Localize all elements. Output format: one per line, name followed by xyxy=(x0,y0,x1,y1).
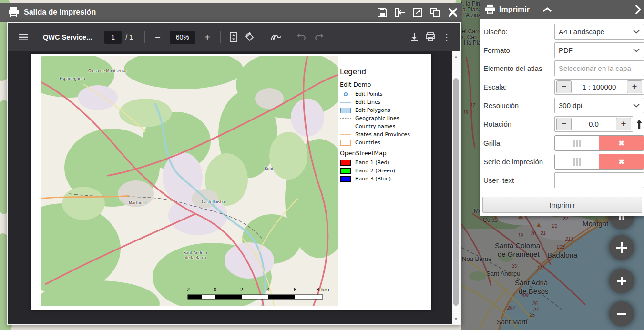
print-submit-button[interactable]: Imprimir xyxy=(482,197,642,213)
blue-swatch xyxy=(340,176,351,182)
polygon-symbol xyxy=(340,108,351,113)
save-icon[interactable] xyxy=(377,7,388,18)
print-icon[interactable] xyxy=(422,29,439,45)
duplicate-icon[interactable] xyxy=(429,7,441,18)
close-panel-chevron-right-icon[interactable] xyxy=(635,5,641,14)
locate-button[interactable] xyxy=(609,235,634,260)
pdf-page: Olesa de MontserratEsparregueraMartorell… xyxy=(31,54,431,310)
scalebar-tick-label: 0 xyxy=(214,287,217,293)
page-number-input[interactable]: 1 xyxy=(104,31,122,44)
legend-item: Band 1 (Red) xyxy=(340,159,429,167)
toggle-grip xyxy=(555,154,599,169)
pdf-toolbar: QWC Service... 1 / 1 − 60% + xyxy=(8,23,460,51)
scroll-up-icon[interactable]: ▲ xyxy=(452,53,460,60)
print-panel: Imprimir Diseño: A4 Landscape Formato: P… xyxy=(480,0,644,216)
legend-item: Band 2 (Green) xyxy=(340,167,429,175)
user-text-input[interactable] xyxy=(554,172,644,188)
resolution-select[interactable]: 300 dpi xyxy=(554,98,644,113)
toggle-off-x-icon: ✖ xyxy=(599,154,644,169)
map-place-label: de la Barca xyxy=(185,256,206,260)
orange-line-symbol xyxy=(340,134,351,135)
format-select[interactable]: PDF xyxy=(554,42,644,58)
redo-icon[interactable] xyxy=(310,29,327,45)
rotation-value[interactable]: 0.0 xyxy=(572,120,616,128)
undo-icon[interactable] xyxy=(294,29,310,45)
scale-decrease-button[interactable]: − xyxy=(556,80,572,93)
outline-polygon-symbol xyxy=(340,140,351,146)
map-place-label: Rubí xyxy=(265,167,273,171)
scale-increase-button[interactable]: + xyxy=(627,80,642,93)
toggle-off-x-icon: ✖ xyxy=(599,136,644,150)
print-preview-map: Olesa de MontserratEsparregueraMartorell… xyxy=(41,56,338,306)
close-icon[interactable] xyxy=(447,7,459,18)
collapse-chevron-up-icon[interactable] xyxy=(543,7,552,12)
toggle-grip xyxy=(555,136,599,150)
rotate-icon[interactable] xyxy=(242,29,258,45)
zoom-out-button[interactable] xyxy=(609,301,634,326)
print-output-titlebar: Salida de impresión xyxy=(0,3,462,22)
crosshair-icon xyxy=(615,241,628,254)
open-in-new-icon[interactable] xyxy=(412,7,423,18)
legend-item: Edit Points xyxy=(340,90,429,98)
legend-item: Countries xyxy=(340,139,429,147)
map-place-label: Esparreguera xyxy=(60,77,85,81)
atlas-input[interactable]: Seleccionar en la capa xyxy=(554,60,644,76)
vertical-scrollbar[interactable]: ▲ ▼ xyxy=(452,51,460,324)
scalebar-tick-label: 8 km xyxy=(316,287,329,293)
scalebar-tick-label: 6 xyxy=(294,287,297,293)
legend-item: Edit Lines xyxy=(340,98,429,106)
zoom-in-icon[interactable]: + xyxy=(199,29,215,45)
sidebar-toggle-icon[interactable] xyxy=(15,29,31,45)
north-arrow-icon xyxy=(636,119,643,130)
more-options-icon[interactable]: ⋮ xyxy=(439,29,455,45)
printer-icon xyxy=(484,4,496,15)
dock-left-icon[interactable] xyxy=(394,7,406,18)
print-series-toggle[interactable]: ✖ xyxy=(554,154,644,170)
scalebar-tick-label: 4 xyxy=(267,287,270,293)
toolbar-separator xyxy=(144,31,145,43)
scalebar-tick-label: 2 xyxy=(240,287,244,293)
scroll-down-icon[interactable]: ▼ xyxy=(452,316,460,322)
zoom-in-button[interactable] xyxy=(609,269,634,293)
screen: t, la Pina Planal'Alzinael Carrex, Can P… xyxy=(0,0,644,330)
grid-toggle[interactable]: ✖ xyxy=(554,135,644,151)
dashed-line-symbol xyxy=(340,118,351,119)
page-count-label: / 1 xyxy=(125,33,133,41)
legend-item: Edit Polygons xyxy=(340,106,429,114)
map-place-label: Olesa de Montserrat xyxy=(88,69,127,73)
scalebar-tick-label: 2 xyxy=(187,287,190,293)
zoom-level-value[interactable]: 60% xyxy=(170,31,195,44)
pdf-viewer[interactable]: Olesa de MontserratEsparregueraMartorell… xyxy=(8,51,460,324)
toolbar-separator xyxy=(263,31,263,43)
print-panel-title: Imprimir xyxy=(499,5,530,14)
scalebar-graphic xyxy=(188,295,323,299)
scroll-mode-icon[interactable] xyxy=(225,29,242,45)
red-swatch xyxy=(340,160,351,166)
printer-icon xyxy=(8,7,20,18)
scale-value[interactable]: 1 : 100000 xyxy=(572,83,627,91)
print-panel-header: Imprimir xyxy=(480,0,644,19)
minus-icon xyxy=(616,309,627,319)
line-symbol xyxy=(340,102,351,103)
scrollbar-thumb[interactable] xyxy=(453,78,459,306)
grid-label: Grilla: xyxy=(483,135,502,151)
legend-item: States and Provinces xyxy=(340,130,429,139)
print-series-label: Serie de impresión xyxy=(483,154,543,170)
atlas-placeholder: Seleccionar en la capa xyxy=(559,64,631,72)
layout-select[interactable]: A4 Landscape xyxy=(554,24,644,40)
map-place-label: Martorell xyxy=(129,201,146,205)
user-text-label: User_text xyxy=(483,172,514,188)
legend-group: Edit Demo xyxy=(340,81,429,88)
green-swatch xyxy=(340,168,351,174)
download-icon[interactable] xyxy=(406,29,422,45)
zoom-out-icon[interactable]: − xyxy=(150,29,166,45)
map-legend: Legend Edit Demo Edit Points Edit Lines … xyxy=(340,68,429,183)
legend-group: OpenStreetMap xyxy=(340,150,429,157)
atlas-label: Elemento del atlas xyxy=(483,60,542,76)
rotation-increase-button[interactable]: + xyxy=(616,118,631,130)
print-output-window: QWC Service... 1 / 1 − 60% + xyxy=(7,22,461,325)
draw-ink-icon[interactable] xyxy=(268,29,284,45)
legend-item: Band 3 (Blue) xyxy=(340,175,429,183)
print-output-title: Salida de impresión xyxy=(24,8,96,17)
rotation-decrease-button[interactable]: − xyxy=(556,118,572,130)
